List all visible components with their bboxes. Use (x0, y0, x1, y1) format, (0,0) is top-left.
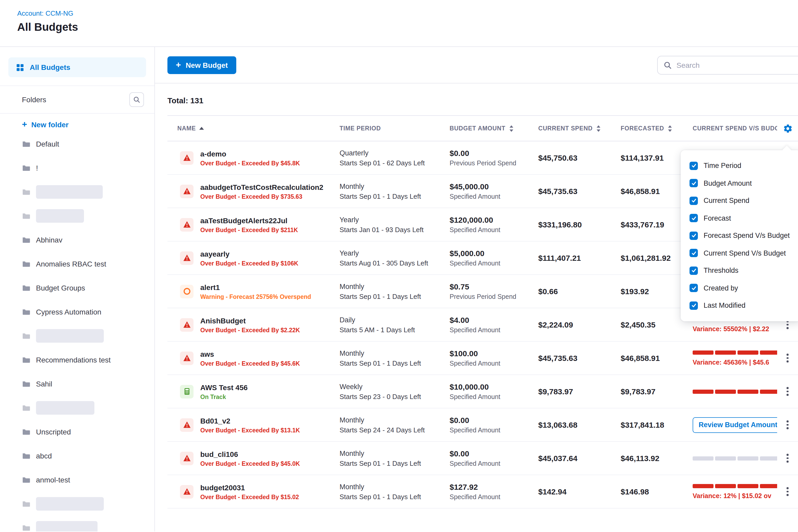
row-menu-icon[interactable] (777, 384, 798, 399)
column-toggle-item[interactable]: Created by (681, 279, 798, 297)
column-toggle-item[interactable]: Time Period (681, 157, 798, 174)
budget-name[interactable]: bud_cli106 (200, 450, 300, 458)
folder-item[interactable] (0, 492, 154, 516)
row-menu-icon[interactable] (777, 451, 798, 466)
column-header[interactable]: BUDGET AMOUNT (450, 125, 538, 132)
column-header[interactable]: FORECASTED (621, 125, 692, 132)
column-header[interactable]: CURRENT SPEND (538, 125, 621, 132)
column-toggle-item[interactable]: Forecast (681, 209, 798, 227)
column-header[interactable]: NAME (167, 125, 340, 131)
budget-status-text: Warning - Forecast 25756% Overspend (200, 293, 311, 300)
folder-item[interactable] (0, 204, 154, 228)
checkbox-checked-icon[interactable] (689, 302, 698, 310)
folder-item[interactable]: Sahil (0, 372, 154, 396)
checkbox-checked-icon[interactable] (689, 267, 698, 275)
budget-amount: $0.00 (450, 416, 538, 424)
budget-name[interactable]: budget20031 (200, 483, 299, 492)
folder-item[interactable]: abcd (0, 444, 154, 468)
table-row[interactable]: aws Over Budget - Exceeded By $45.6K Mon… (167, 342, 798, 375)
folder-item[interactable] (0, 396, 154, 420)
column-toggle-item[interactable]: Last Modified (681, 297, 798, 314)
checkbox-checked-icon[interactable] (689, 284, 698, 292)
spend-vs-budget: Variance: 45636% | $45.6 (692, 350, 777, 366)
checkbox-checked-icon[interactable] (689, 179, 698, 188)
folder-icon (22, 236, 30, 244)
table-row[interactable]: bud_cli106 Over Budget - Exceeded By $45… (167, 442, 798, 475)
checkbox-checked-icon[interactable] (689, 232, 698, 240)
folder-label: Cypress Automation (36, 308, 101, 316)
checkbox-checked-icon[interactable] (689, 214, 698, 223)
sidebar-item-all-budgets[interactable]: All Budgets (8, 57, 146, 77)
review-budget-button[interactable]: Review Budget Amount (692, 417, 777, 433)
budget-name[interactable]: alert1 (200, 283, 311, 291)
alert-triangle-icon (183, 354, 191, 362)
budget-name[interactable]: Bd01_v2 (200, 416, 300, 425)
row-menu-icon[interactable] (777, 484, 798, 499)
folder-item[interactable]: Abhinav (0, 228, 154, 252)
folders-label: Folders (22, 95, 46, 104)
column-toggle-item[interactable]: Thresholds (681, 262, 798, 279)
folder-item[interactable] (0, 324, 154, 348)
sidebar-nav-section: All Budgets (0, 47, 154, 86)
column-toggle-label: Current Spend (704, 197, 749, 205)
time-period: Quarterly (340, 149, 450, 157)
budget-status-text: Over Budget - Exceeded By $2.22K (200, 327, 300, 333)
budget-name[interactable]: AnishBudget (200, 316, 300, 325)
table-row[interactable]: budget20031 Over Budget - Exceeded By $1… (167, 475, 798, 509)
checkbox-checked-icon[interactable] (689, 197, 698, 205)
forecasted-amount: $2,450.35 (621, 320, 692, 329)
row-menu-icon[interactable] (777, 418, 798, 432)
column-toggle-item[interactable]: Current Spend V/s Budget (681, 244, 798, 262)
budget-name[interactable]: aaTestBudgetAlerts22Jul (200, 216, 298, 225)
budget-status-text: Over Budget - Exceeded By $45.6K (200, 360, 300, 366)
folder-item[interactable]: ! (0, 156, 154, 180)
current-spend: $142.94 (538, 487, 621, 496)
current-spend: $13,063.68 (538, 420, 621, 429)
current-spend: $2,224.09 (538, 320, 621, 329)
table-row[interactable]: Bd01_v2 Over Budget - Exceeded By $13.1K… (167, 408, 798, 442)
folder-label: Abhinav (36, 236, 62, 244)
account-breadcrumb-link[interactable]: Account: CCM-NG (17, 10, 73, 17)
current-spend: $45,750.63 (538, 153, 621, 162)
budget-name[interactable]: AWS Test 456 (200, 383, 248, 392)
budget-name[interactable]: aws (200, 350, 300, 358)
folder-item[interactable]: Unscripted (0, 420, 154, 444)
sort-ascending-icon (200, 127, 204, 130)
checkbox-checked-icon[interactable] (689, 162, 698, 170)
folder-item[interactable]: Anomalies RBAC test (0, 252, 154, 276)
column-toggle-item[interactable]: Current Spend (681, 192, 798, 209)
redacted-folder-label (36, 185, 103, 199)
gear-icon[interactable] (783, 124, 793, 133)
folder-search-button[interactable] (129, 92, 144, 107)
column-toggle-item[interactable]: Budget Amount (681, 174, 798, 192)
sort-icon (668, 125, 672, 132)
folder-item[interactable] (0, 180, 154, 204)
redacted-folder-label (36, 497, 104, 511)
folder-icon (22, 332, 30, 340)
folder-item[interactable]: Cypress Automation (0, 300, 154, 324)
folder-item[interactable]: Recommendations test (0, 348, 154, 372)
time-period: Monthly (340, 483, 450, 491)
folder-icon (22, 452, 30, 460)
search-box (657, 56, 798, 74)
budget-amount: $45,000.00 (450, 182, 538, 191)
budget-name[interactable]: aayearly (200, 250, 298, 258)
budget-name[interactable]: a-demo (200, 149, 300, 158)
new-folder-button[interactable]: + New folder (0, 114, 154, 132)
budget-status-icon (180, 251, 193, 265)
budget-status-icon (180, 184, 193, 198)
row-menu-icon[interactable] (777, 351, 798, 366)
search-input[interactable] (677, 61, 798, 69)
folder-item[interactable] (0, 516, 154, 531)
time-period-detail: Starts Sep 01 - 1 Days Left (340, 292, 450, 300)
column-toggle-item[interactable]: Forecast Spend V/s Budget (681, 227, 798, 244)
column-toggle-label: Thresholds (704, 267, 739, 274)
folder-item[interactable]: anmol-test (0, 468, 154, 492)
folder-item[interactable]: Default (0, 132, 154, 156)
checkbox-checked-icon[interactable] (689, 249, 698, 258)
table-row[interactable]: AWS Test 456 On Track Weekly Starts Sep … (167, 375, 798, 408)
budget-name[interactable]: aabudgetToTestCostRecalculation2 (200, 183, 323, 191)
new-budget-button[interactable]: + New Budget (167, 56, 236, 74)
folder-item[interactable]: Budget Groups (0, 276, 154, 300)
time-period-detail: Starts Sep 24 - 24 Days Left (340, 426, 450, 434)
